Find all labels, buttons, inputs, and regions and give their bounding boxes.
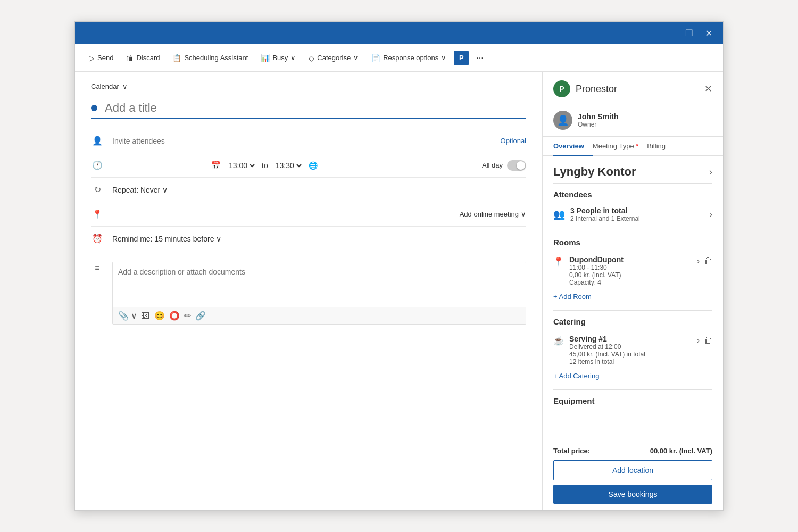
repeat-label: Repeat: Never xyxy=(112,186,160,194)
pronestor-panel: P Pronestor ✕ 👤 John Smith Owner Overvie… xyxy=(542,72,723,510)
all-day-toggle[interactable] xyxy=(507,160,526,171)
send-icon: ▷ xyxy=(89,54,95,62)
pronestor-toolbar-button[interactable]: P xyxy=(454,51,469,65)
room-info: DupondDupont 11:00 - 11:30 0,00 kr. (Inc… xyxy=(569,255,692,286)
restore-button[interactable]: ❐ xyxy=(681,26,697,40)
add-room-link[interactable]: + Add Room xyxy=(553,289,712,304)
busy-button[interactable]: 📊 Busy ∨ xyxy=(255,51,301,65)
room-delete-button[interactable]: 🗑 xyxy=(704,256,712,266)
send-button[interactable]: ▷ Send xyxy=(84,51,119,65)
time-start-select[interactable]: 13:00 xyxy=(227,161,256,170)
discard-button[interactable]: 🗑 Discard xyxy=(121,51,165,65)
time-end-select[interactable]: 13:30 xyxy=(273,161,303,170)
location-icon: 📍 xyxy=(91,208,104,221)
catering-delete-button[interactable]: 🗑 xyxy=(704,336,712,345)
add-catering-link[interactable]: + Add Catering xyxy=(553,369,712,383)
catering-section: Catering ☕ Serving #1 Delivered at 12:00… xyxy=(553,310,712,389)
scheduling-icon: 📋 xyxy=(172,54,181,62)
required-star: * xyxy=(634,142,639,150)
title-input[interactable] xyxy=(105,101,526,115)
room-chevron-button[interactable]: › xyxy=(697,256,700,266)
repeat-row: ↻ Repeat: Never ∨ xyxy=(91,178,526,202)
room-time: 11:00 - 11:30 xyxy=(569,264,692,271)
equipment-section-title: Equipment xyxy=(553,396,712,405)
calendar-label: Calendar xyxy=(91,82,119,90)
timezone-icon: 🌐 xyxy=(309,161,318,170)
form-panel: Calendar ∨ 👤 Optional 🕐 02/06/20 xyxy=(75,72,542,510)
categorise-button[interactable]: ◇ Categorise ∨ xyxy=(303,51,364,65)
title-dot-indicator xyxy=(91,105,97,111)
busy-label: Busy xyxy=(272,54,288,62)
attendees-content: Optional xyxy=(112,137,526,145)
online-meeting-button[interactable]: Add online meeting ∨ xyxy=(460,210,526,218)
user-name: John Smith xyxy=(578,112,618,121)
pronestor-close-button[interactable]: ✕ xyxy=(704,83,712,95)
categorise-icon: ◇ xyxy=(309,54,314,62)
categorise-label: Categorise xyxy=(317,54,351,62)
location-chevron-button[interactable]: › xyxy=(709,167,712,178)
total-label: Total price: xyxy=(553,447,590,455)
more-options-button[interactable]: ··· xyxy=(471,50,488,66)
catering-info: Serving #1 Delivered at 12:00 45,00 kr. … xyxy=(569,335,692,365)
repeat-icon: ↻ xyxy=(91,184,104,196)
location-name: Lyngby Kontor xyxy=(553,165,636,179)
to-separator: to xyxy=(262,161,268,170)
catering-cup-icon: ☕ xyxy=(553,336,564,346)
remind-row: ⏰ Remind me: 15 minutes before ∨ xyxy=(91,227,526,251)
remind-select[interactable]: Remind me: 15 minutes before ∨ xyxy=(112,235,221,243)
catering-actions: › 🗑 xyxy=(697,336,712,345)
attendees-section-title: Attendees xyxy=(553,190,712,199)
close-window-button[interactable]: ✕ xyxy=(701,26,717,40)
total-value: 00,00 kr. (Incl. VAT) xyxy=(650,447,712,455)
attendees-row: 👤 Optional xyxy=(91,129,526,153)
save-bookings-button[interactable]: Save bookings xyxy=(553,485,712,504)
online-meeting-chevron-icon: ∨ xyxy=(521,210,526,218)
response-chevron-icon: ∨ xyxy=(441,54,446,62)
room-actions: › 🗑 xyxy=(697,256,712,266)
emoji-button[interactable]: 😊 xyxy=(154,311,165,321)
attach-button[interactable]: 📎 ∨ xyxy=(118,311,137,321)
image-button[interactable]: 🖼 xyxy=(142,311,150,321)
response-options-button[interactable]: 📄 Response options ∨ xyxy=(366,51,452,65)
description-textarea[interactable] xyxy=(113,262,526,305)
people-icon: 👥 xyxy=(553,209,565,220)
optional-link[interactable]: Optional xyxy=(501,137,526,145)
send-label: Send xyxy=(97,54,113,62)
date-input[interactable]: 02/06/2021 xyxy=(112,161,205,170)
room-item: 📍 DupondDupont 11:00 - 11:30 0,00 kr. (I… xyxy=(553,252,712,289)
pronestor-logo: P xyxy=(553,80,570,97)
attendees-input[interactable] xyxy=(112,137,495,145)
description-toolbar: 📎 ∨ 🖼 😊 ⭕ ✏ 🔗 xyxy=(113,307,526,324)
remind-chevron-icon: ∨ xyxy=(216,235,221,243)
busy-chevron-icon: ∨ xyxy=(290,54,296,62)
attendee-count: 3 People in total xyxy=(570,206,640,215)
location-content: Add online meeting ∨ xyxy=(112,210,526,218)
repeat-select[interactable]: Repeat: Never ∨ xyxy=(112,186,168,194)
title-bar: ❐ ✕ xyxy=(75,22,723,44)
catering-chevron-button[interactable]: › xyxy=(697,336,700,345)
tab-overview[interactable]: Overview xyxy=(553,137,593,156)
response-label: Response options xyxy=(383,54,438,62)
equipment-section: Equipment xyxy=(553,389,712,417)
user-avatar: 👤 xyxy=(553,111,572,130)
signature-button[interactable]: ✏ xyxy=(184,311,191,321)
discard-icon: 🗑 xyxy=(126,54,134,62)
user-details: John Smith Owner xyxy=(578,112,618,128)
calendar-selector[interactable]: Calendar ∨ xyxy=(91,82,526,90)
add-location-button[interactable]: Add location xyxy=(553,460,712,480)
room-price: 0,00 kr. (Incl. VAT) xyxy=(569,271,692,279)
response-icon: 📄 xyxy=(371,54,380,62)
tab-meetingtype[interactable]: Meeting Type * xyxy=(593,137,647,156)
tab-billing[interactable]: Billing xyxy=(647,137,674,156)
link-button[interactable]: 🔗 xyxy=(195,311,206,321)
online-meeting-label: Add online meeting xyxy=(460,210,519,218)
user-role: Owner xyxy=(578,121,618,128)
scheduling-button[interactable]: 📋 Scheduling Assistant xyxy=(167,51,253,65)
all-day-container: All day xyxy=(482,160,526,171)
attendees-chevron-button[interactable]: › xyxy=(710,210,712,219)
room-name: DupondDupont xyxy=(569,255,692,264)
loop-button[interactable]: ⭕ xyxy=(169,311,180,321)
alarm-icon: ⏰ xyxy=(91,232,104,245)
calendar-picker-button[interactable]: 📅 xyxy=(211,160,221,170)
title-row xyxy=(91,101,526,119)
